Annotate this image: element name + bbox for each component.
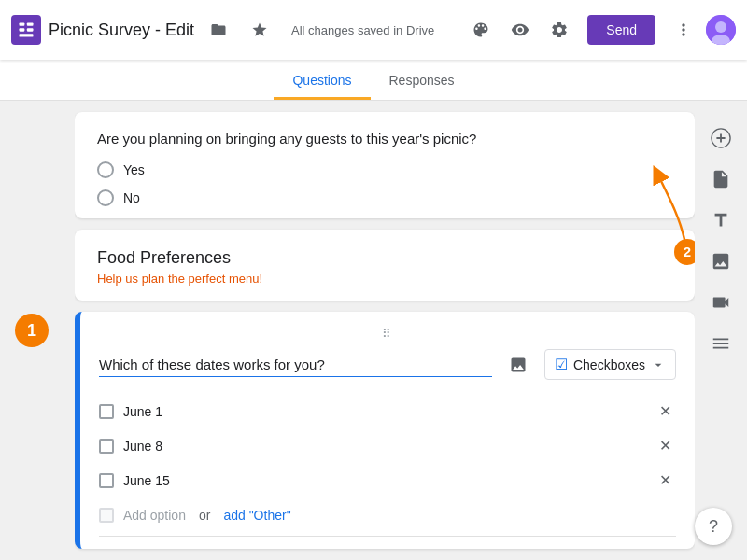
add-option-checkbox: [99, 508, 114, 523]
option-yes: Yes: [97, 161, 672, 178]
add-video-button[interactable]: [702, 284, 740, 321]
add-section-button[interactable]: [702, 325, 740, 362]
checkbox-label-3: June 15: [123, 473, 644, 488]
document-title: Picnic Survey - Edit: [49, 21, 194, 40]
drag-handle: ⠿: [99, 327, 676, 341]
card-footer: Required ⋮: [99, 536, 676, 549]
question-header: ☑ Checkboxes: [99, 348, 676, 382]
remove-option-3-button[interactable]: ✕: [654, 469, 676, 492]
delete-question-button[interactable]: [469, 546, 502, 549]
header-icons: Send: [464, 13, 736, 47]
main-area: 1 Are you planning on bringing any guest…: [0, 101, 747, 560]
duplicate-question-button[interactable]: [428, 546, 461, 549]
first-question-text: Are you planning on bringing any guests …: [97, 131, 672, 147]
checkbox-type-icon: ☑: [555, 356, 568, 373]
checkbox-3[interactable]: [99, 473, 114, 488]
add-image-button[interactable]: [702, 243, 740, 280]
first-question-card: Are you planning on bringing any guests …: [75, 112, 695, 218]
settings-icon[interactable]: [543, 13, 576, 47]
add-option-row: Add option or add "Other": [99, 502, 676, 528]
option-no-label: No: [123, 190, 140, 205]
section-description: Help us plan the perfect menu!: [97, 272, 672, 286]
checkbox-2[interactable]: [99, 439, 114, 454]
svg-rect-2: [27, 23, 34, 26]
question-more-options-button[interactable]: ⋮: [627, 546, 661, 549]
checkbox-label-1: June 1: [123, 404, 644, 419]
annotation-badge-1: 1: [15, 314, 49, 347]
send-button[interactable]: Send: [587, 15, 655, 45]
tab-responses[interactable]: Responses: [371, 63, 473, 100]
left-gutter: 1: [0, 101, 75, 560]
more-vert-icon[interactable]: [667, 13, 700, 47]
svg-rect-0: [20, 23, 25, 26]
question-type-label: Checkboxes: [573, 357, 645, 372]
checkbox-label-2: June 8: [123, 439, 644, 454]
import-questions-button[interactable]: [702, 161, 740, 198]
remove-option-2-button[interactable]: ✕: [654, 435, 676, 457]
or-text: or: [199, 508, 210, 523]
remove-option-1-button[interactable]: ✕: [654, 400, 676, 423]
question-type-selector[interactable]: ☑ Checkboxes: [544, 349, 676, 380]
svg-rect-1: [20, 28, 25, 31]
svg-rect-3: [20, 34, 34, 36]
tabs-bar: Questions Responses: [0, 60, 747, 101]
folder-icon[interactable]: [202, 13, 235, 47]
radio-yes[interactable]: [97, 161, 114, 178]
checkbox-option-1: June 1 ✕: [99, 395, 676, 429]
annotation-badge-2: 2: [674, 239, 695, 265]
palette-icon[interactable]: [464, 13, 498, 47]
add-title-button[interactable]: [702, 202, 740, 239]
add-question-button[interactable]: [702, 119, 740, 157]
star-icon[interactable]: [243, 13, 276, 47]
add-option-link[interactable]: Add option: [123, 508, 186, 523]
checkbox-1[interactable]: [99, 404, 114, 419]
eye-icon[interactable]: [503, 13, 537, 47]
svg-rect-4: [27, 28, 34, 31]
help-button[interactable]: ?: [695, 508, 732, 545]
section-card: Food Preferences Help us plan the perfec…: [75, 230, 695, 301]
add-other-link[interactable]: add "Other": [223, 508, 290, 523]
content-area: Are you planning on bringing any guests …: [75, 101, 695, 560]
question-text-input[interactable]: [99, 353, 492, 377]
saved-status: All changes saved in Drive: [291, 23, 434, 37]
checkbox-option-3: June 15 ✕: [99, 464, 676, 498]
add-image-to-question-button[interactable]: [501, 348, 535, 382]
checkbox-option-2: June 8 ✕: [99, 429, 676, 464]
svg-point-6: [715, 21, 726, 33]
option-no: No: [97, 189, 672, 206]
avatar[interactable]: [706, 15, 736, 45]
app-icon: [11, 15, 41, 45]
section-title: Food Preferences: [97, 248, 672, 268]
radio-no[interactable]: [97, 189, 114, 206]
header: Picnic Survey - Edit All changes saved i…: [0, 0, 747, 60]
right-toolbar: [695, 101, 747, 560]
header-left: Picnic Survey - Edit All changes saved i…: [11, 13, 464, 47]
tab-questions[interactable]: Questions: [274, 63, 370, 100]
active-question-card: ⠿ ☑ Checkboxes June 1 ✕: [75, 312, 695, 549]
option-yes-label: Yes: [123, 162, 145, 177]
annotation-container: Food Preferences Help us plan the perfec…: [75, 230, 695, 301]
